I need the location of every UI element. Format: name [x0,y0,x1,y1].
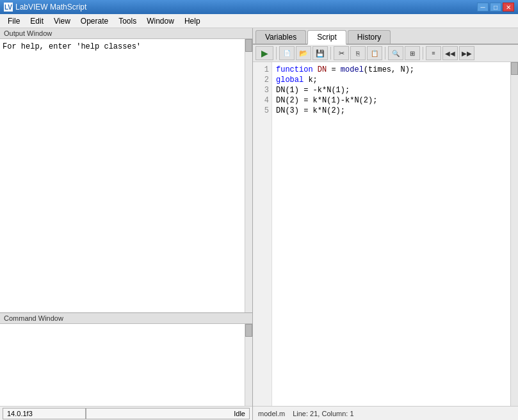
title-buttons: ─ □ ✕ [477,3,514,12]
toolbar-sep-3 [385,47,385,60]
line-num-2: 2 [253,75,271,85]
output-text: For help, enter 'help classes' [3,42,141,51]
title-bar-left: LV LabVIEW MathScript [4,3,86,12]
main-layout: Output Window For help, enter 'help clas… [0,28,518,420]
maximize-button[interactable]: □ [490,3,501,12]
menu-bar: File Edit View Operate Tools Window Help [0,14,518,28]
output-section: Output Window For help, enter 'help clas… [0,28,252,313]
command-scrollbar[interactable] [245,324,252,406]
output-scrollbar-thumb[interactable] [245,39,252,52]
script-status: model.m Line: 21, Column: 1 [253,406,518,420]
output-scrollbar[interactable] [245,39,252,312]
toolbar-sep-2 [330,47,331,60]
menu-window[interactable]: Window [142,15,179,27]
toolbar-btn-next[interactable]: ▶▶ [459,46,474,60]
command-section: Command Window [0,313,252,406]
toolbar-btn-copy[interactable]: ⎘ [350,46,366,60]
app-icon: LV [4,3,13,12]
script-position: Line: 21, Column: 1 [293,410,353,417]
tabs: Variables Script History [253,28,518,45]
toolbar-btn-prev[interactable]: ◀◀ [442,46,458,60]
toolbar-sep-4 [423,47,423,60]
line-num-5: 5 [253,106,271,116]
menu-file[interactable]: File [3,15,25,27]
output-window-content: For help, enter 'help classes' [0,39,252,312]
tab-variables[interactable]: Variables [255,30,306,44]
line-num-4: 4 [253,95,271,106]
menu-operate[interactable]: Operate [76,15,113,27]
status-idle: Idle [86,408,250,419]
tab-history[interactable]: History [348,30,391,44]
command-window-content[interactable] [0,324,252,406]
line-num-3: 3 [253,85,271,95]
script-editor[interactable]: 1 2 3 4 5 function DN = model(times, N);… [253,62,518,406]
toolbar-btn-save[interactable]: 💾 [312,46,328,60]
line-num-1: 1 [253,65,271,75]
toolbar-btn-cut[interactable]: ✂ [334,46,349,60]
toolbar-btn-paste[interactable]: 📋 [367,46,382,60]
toolbar-btn-script[interactable]: 📄 [279,46,295,60]
menu-view[interactable]: View [49,15,76,27]
script-scrollbar[interactable] [510,62,518,406]
minimize-button[interactable]: ─ [477,3,489,12]
run-button[interactable]: ▶ [255,46,273,60]
toolbar-btn-linenum[interactable]: ≡ [426,46,441,60]
menu-help[interactable]: Help [179,15,206,27]
left-panel: Output Window For help, enter 'help clas… [0,28,253,420]
line-numbers: 1 2 3 4 5 [253,62,272,406]
tab-script[interactable]: Script [307,30,346,45]
status-version: 14.0.1f3 [3,408,86,419]
toolbar-btn-grid[interactable]: ⊞ [405,46,420,60]
output-window-label: Output Window [0,28,252,39]
menu-edit[interactable]: Edit [25,15,49,27]
close-button[interactable]: ✕ [503,3,514,12]
toolbar-sep-1 [276,47,277,60]
toolbar-btn-find[interactable]: 🔍 [388,46,403,60]
right-panel: Variables Script History ▶ 📄 📂 💾 ✂ ⎘ 📋 🔍… [253,28,518,420]
menu-tools[interactable]: Tools [113,15,142,27]
code-content[interactable]: function DN = model(times, N); global k;… [272,62,518,406]
toolbar-btn-open[interactable]: 📂 [296,46,311,60]
status-bar: 14.0.1f3 Idle [0,406,252,420]
script-toolbar: ▶ 📄 📂 💾 ✂ ⎘ 📋 🔍 ⊞ ≡ ◀◀ ▶▶ [253,45,518,62]
command-scrollbar-thumb[interactable] [245,324,252,337]
script-scrollbar-thumb[interactable] [511,62,518,75]
title-bar: LV LabVIEW MathScript ─ □ ✕ [0,0,518,14]
command-window-label: Command Window [0,313,252,324]
script-filename: model.m [258,410,285,417]
title-text: LabVIEW MathScript [15,3,86,12]
